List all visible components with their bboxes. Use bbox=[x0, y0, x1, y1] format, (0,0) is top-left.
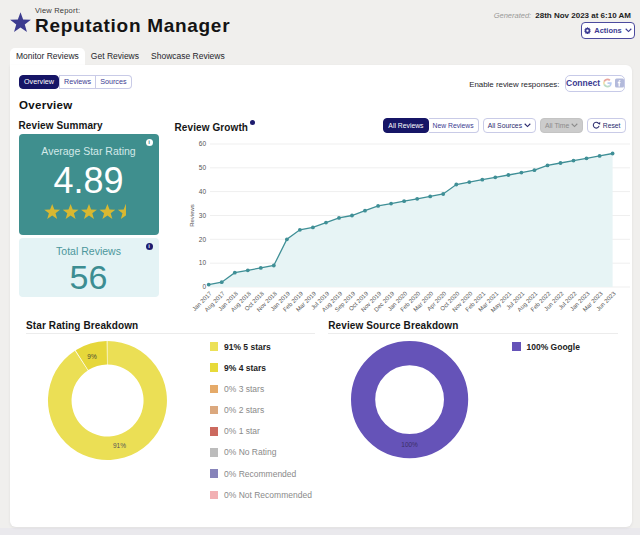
svg-text:40: 40 bbox=[198, 188, 206, 195]
svg-text:60: 60 bbox=[198, 140, 206, 147]
svg-text:Reviews: Reviews bbox=[188, 204, 194, 227]
svg-text:30: 30 bbox=[198, 212, 206, 219]
svg-text:91%: 91% bbox=[113, 442, 126, 449]
svg-text:50: 50 bbox=[198, 164, 206, 171]
svg-text:0: 0 bbox=[202, 283, 206, 290]
svg-text:10: 10 bbox=[198, 259, 206, 266]
svg-text:9%: 9% bbox=[87, 353, 97, 360]
svg-text:20: 20 bbox=[198, 236, 206, 243]
svg-text:100%: 100% bbox=[401, 441, 418, 448]
